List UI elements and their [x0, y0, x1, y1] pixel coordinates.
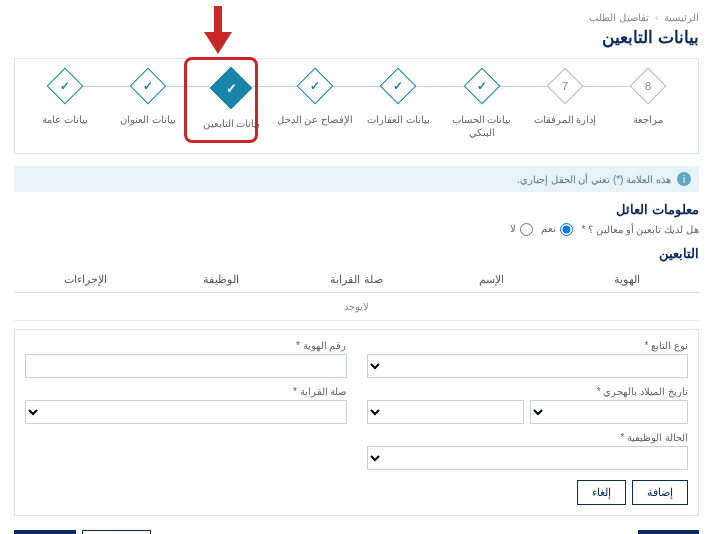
alert-text: هذه العلامة (*) تعني أن الحقل إجباري. [517, 174, 671, 185]
th-actions: الإجراءات [18, 273, 153, 286]
mandatory-alert: i هذه العلامة (*) تعني أن الحقل إجباري. [14, 166, 699, 192]
select-job-status[interactable] [367, 446, 689, 470]
step-indicator-icon [463, 68, 500, 105]
breadcrumb-sep: › [655, 12, 658, 23]
step-1[interactable]: بيانات عامة [23, 73, 106, 137]
breadcrumb: الرئيسية › تفاصيل الطلب [14, 12, 699, 23]
step-indicator-icon [296, 68, 333, 105]
step-label: بيانات الحساب البنكي [440, 113, 523, 139]
select-dob-2[interactable] [367, 400, 525, 424]
th-name: الإسم [424, 273, 559, 286]
step-8[interactable]: 8مراجعة [607, 73, 690, 137]
step-3[interactable]: بيانات التابعين [190, 73, 273, 141]
save-button[interactable]: حفظ [638, 530, 699, 534]
label-relation: صلة القرابة * [25, 386, 347, 397]
step-indicator-icon: 8 [630, 68, 667, 105]
step-label: بيانات عامة [23, 113, 106, 137]
input-id-number[interactable] [25, 354, 347, 378]
select-relation[interactable] [25, 400, 347, 424]
step-indicator-icon [380, 68, 417, 105]
step-label: بيانات التابعين [190, 117, 273, 141]
th-id: الهوية [560, 273, 695, 286]
label-id-number: رقم الهوية * [25, 340, 347, 351]
label-job-status: الحالة الوظيفية * [367, 432, 689, 443]
th-job: الوظيفة [153, 273, 288, 286]
next-button[interactable]: التالي [14, 530, 76, 534]
step-label: الإفصاح عن الدخل [273, 113, 356, 137]
step-label: بيانات العقارات [357, 113, 440, 137]
breadcrumb-current: تفاصيل الطلب [589, 12, 649, 23]
table-empty-row: لايوجد [14, 293, 699, 321]
stepper: بيانات عامةبيانات العنوانبيانات التابعين… [14, 58, 699, 154]
label-type: نوع التابع * [367, 340, 689, 351]
radio-yes[interactable] [560, 223, 573, 236]
step-4[interactable]: الإفصاح عن الدخل [273, 73, 356, 137]
step-6[interactable]: بيانات الحساب البنكي [440, 73, 523, 139]
select-dob-1[interactable] [530, 400, 688, 424]
step-indicator-icon [210, 67, 252, 109]
step-label: إدارة المرفقات [523, 113, 606, 137]
label-dob: تاريخ الميلاد بالهجري * [367, 386, 689, 397]
breadcrumb-home[interactable]: الرئيسية [664, 12, 699, 23]
step-indicator-icon [130, 68, 167, 105]
step-label: مراجعة [607, 113, 690, 137]
dependents-question-label: هل لديك تابعين أو معالين ؟ * [581, 224, 699, 235]
cancel-button[interactable]: إلغاء [577, 480, 626, 505]
radio-no[interactable] [520, 223, 533, 236]
radio-no-label[interactable]: لا [510, 223, 535, 236]
th-relation: صلة القرابة [289, 273, 424, 286]
dependent-form: نوع التابع * رقم الهوية * تاريخ الميلاد … [14, 329, 699, 516]
add-button[interactable]: إضافة [632, 480, 688, 505]
section-sponsor-title: معلومات العائل [14, 202, 699, 217]
radio-yes-label[interactable]: نعم [541, 223, 575, 236]
step-label: بيانات العنوان [106, 113, 189, 137]
step-5[interactable]: بيانات العقارات [357, 73, 440, 137]
section-dependents-title: التابعين [14, 246, 699, 261]
page-title: بيانات التابعين [14, 27, 699, 48]
step-indicator-icon: 7 [547, 68, 584, 105]
prev-button[interactable]: السابق [82, 530, 151, 534]
step-2[interactable]: بيانات العنوان [106, 73, 189, 137]
info-icon: i [677, 172, 691, 186]
step-indicator-icon [46, 68, 83, 105]
select-type[interactable] [367, 354, 689, 378]
step-7[interactable]: 7إدارة المرفقات [523, 73, 606, 137]
dependents-question-row: هل لديك تابعين أو معالين ؟ * نعم لا [14, 223, 699, 236]
dependents-table-header: الهوية الإسم صلة القرابة الوظيفة الإجراء… [14, 267, 699, 293]
